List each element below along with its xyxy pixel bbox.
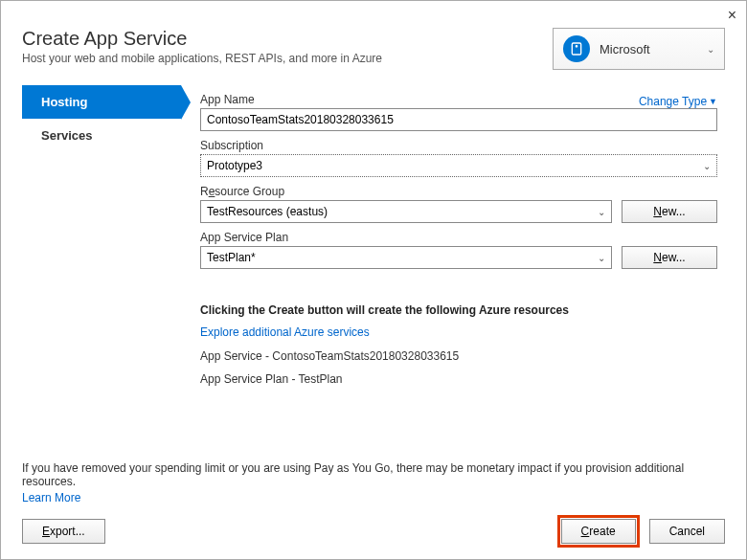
account-name: Microsoft	[600, 42, 650, 56]
resource-group-value: TestResources (eastus)	[207, 205, 328, 218]
change-type-link[interactable]: Change Type ▼	[639, 95, 717, 108]
resource-group-label: Resource Group	[200, 185, 717, 198]
chevron-down-icon: ⌄	[707, 44, 714, 55]
resource-item-app-service: App Service - ContosoTeamStats2018032803…	[200, 349, 717, 363]
explore-services-link[interactable]: Explore additional Azure services	[200, 325, 370, 339]
close-icon[interactable]: ×	[728, 7, 736, 24]
new-resource-group-button[interactable]: New...	[622, 200, 717, 223]
chevron-down-icon: ⌄	[703, 161, 711, 171]
tab-services[interactable]: Services	[22, 119, 181, 152]
app-name-input[interactable]	[200, 108, 717, 131]
change-type-text: Change Type	[639, 95, 707, 108]
account-dropdown[interactable]: Microsoft ⌄	[553, 28, 725, 70]
footer-note: If you have removed your spending limit …	[22, 461, 725, 488]
tab-hosting[interactable]: Hosting	[22, 85, 181, 119]
subscription-value: Prototype3	[207, 159, 262, 172]
svg-point-1	[576, 46, 577, 47]
app-name-label: App Name	[200, 93, 255, 106]
create-button[interactable]: Create	[561, 519, 636, 544]
svg-rect-0	[572, 43, 580, 55]
resource-item-plan: App Service Plan - TestPlan	[200, 372, 717, 386]
sidebar: Hosting Services	[22, 85, 181, 386]
export-button[interactable]: Export...	[22, 519, 105, 544]
app-service-plan-select[interactable]: TestPlan* ⌄	[200, 246, 612, 269]
chevron-down-icon: ⌄	[598, 253, 605, 263]
learn-more-link[interactable]: Learn More	[22, 491, 80, 504]
app-service-plan-value: TestPlan*	[207, 251, 256, 264]
chevron-down-icon: ⌄	[598, 207, 605, 217]
account-badge-icon	[563, 35, 590, 62]
notice-title: Clicking the Create button will create t…	[200, 303, 717, 317]
new-plan-button[interactable]: New...	[622, 246, 717, 269]
resource-group-select[interactable]: TestResources (eastus) ⌄	[200, 200, 612, 223]
subscription-label: Subscription	[200, 139, 717, 152]
page-subtitle: Host your web and mobile applications, R…	[22, 52, 553, 65]
caret-down-icon: ▼	[709, 97, 717, 106]
cancel-button[interactable]: Cancel	[649, 519, 725, 544]
app-service-plan-label: App Service Plan	[200, 231, 717, 244]
subscription-select[interactable]: Prototype3 ⌄	[200, 154, 717, 177]
page-title: Create App Service	[22, 28, 553, 50]
